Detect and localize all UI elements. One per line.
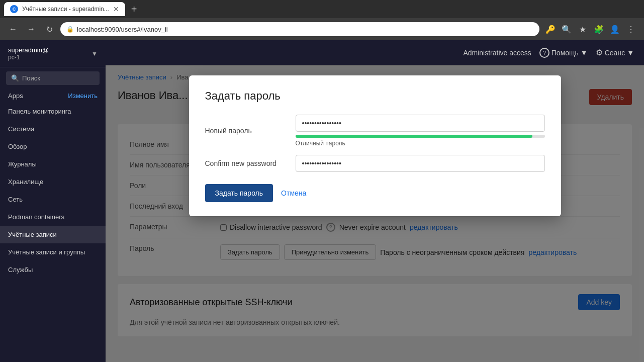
confirm-password-wrap xyxy=(296,155,545,172)
extensions-icon[interactable]: 🧩 xyxy=(592,22,606,36)
help-chevron-icon: ▼ xyxy=(581,49,588,57)
sidebar-item-overview[interactable]: Обзор xyxy=(0,138,106,155)
menu-icon[interactable]: ⋮ xyxy=(624,22,638,36)
sessions-chevron-icon: ▼ xyxy=(627,49,634,57)
logs-label: Журналы xyxy=(8,160,37,168)
storage-label: Хранилище xyxy=(8,178,43,186)
tab-favicon: C xyxy=(10,5,18,13)
sidebar-header: superadmin@ pc-1 ▼ xyxy=(0,40,106,67)
address-bar[interactable]: 🔒 localhost:9090/users#/ivanov_ii xyxy=(60,22,539,36)
zoom-icon[interactable]: 🔍 xyxy=(560,22,574,36)
sidebar-item-system[interactable]: Система xyxy=(0,120,106,138)
sidebar-item-logs[interactable]: Журналы xyxy=(0,155,106,173)
new-password-input[interactable] xyxy=(296,115,545,132)
forward-button[interactable]: → xyxy=(24,22,38,36)
sidebar-search-wrap: 🔍 Поиск xyxy=(0,67,106,89)
panel-label: Панель мониторинга xyxy=(8,108,71,115)
confirm-password-row: Confirm new password xyxy=(205,155,545,172)
gear-icon: ⚙ xyxy=(596,48,603,57)
sidebar-item-panel[interactable]: Панель мониторинга xyxy=(0,103,106,120)
strength-bar-wrap xyxy=(296,135,545,138)
help-icon: ? xyxy=(539,48,549,58)
sidebar-apps-label: Apps xyxy=(8,92,23,100)
new-password-label: Новый пароль xyxy=(205,127,296,135)
sidebar-username: superadmin@ xyxy=(8,46,49,54)
topbar: Administrative access ? Помощь ▼ ⚙ Сеанс… xyxy=(106,40,644,65)
sidebar-item-services[interactable]: Службы xyxy=(0,261,106,279)
tab-title: Учётные записи - superadmin... xyxy=(22,6,109,13)
accounts-groups-label: Учётные записи и группы xyxy=(8,248,85,256)
admin-access-label: Administrative access xyxy=(463,49,531,57)
sessions-label: Сеанс xyxy=(605,49,625,57)
profile-icon[interactable]: 👤 xyxy=(608,22,622,36)
sidebar-item-network[interactable]: Сеть xyxy=(0,191,106,208)
address-text: localhost:9090/users#/ivanov_ii xyxy=(77,26,168,33)
confirm-password-input[interactable] xyxy=(296,155,545,172)
dialog-actions: Задать пароль Отмена xyxy=(205,184,545,202)
nav-icons: 🔑 🔍 ★ 🧩 👤 ⋮ xyxy=(543,22,638,36)
sidebar-search-box[interactable]: 🔍 Поиск xyxy=(6,71,100,85)
strength-text: Отличный пароль xyxy=(296,140,545,147)
back-button[interactable]: ← xyxy=(6,22,20,36)
sidebar-user-info: superadmin@ pc-1 xyxy=(8,46,49,61)
bookmark-icon[interactable]: ★ xyxy=(576,22,590,36)
password-icon[interactable]: 🔑 xyxy=(543,22,558,36)
system-label: Система xyxy=(8,125,34,133)
dialog-submit-button[interactable]: Задать пароль xyxy=(205,184,273,202)
overview-label: Обзор xyxy=(8,143,27,150)
sidebar-change-button[interactable]: Изменить xyxy=(68,92,98,100)
sidebar-item-accounts-groups[interactable]: Учётные записи и группы xyxy=(0,243,106,261)
accounts-label: Учётные записи xyxy=(8,231,57,238)
sidebar-chevron-icon[interactable]: ▼ xyxy=(91,50,98,57)
sessions-menu[interactable]: ⚙ Сеанс ▼ xyxy=(596,48,634,57)
sidebar-item-storage[interactable]: Хранилище xyxy=(0,173,106,191)
sidebar-apps-row: Apps Изменить xyxy=(0,89,106,103)
sidebar: superadmin@ pc-1 ▼ 🔍 Поиск Apps Изменить… xyxy=(0,40,106,362)
dialog-title: Задать пароль xyxy=(205,89,545,103)
browser-tab[interactable]: C Учётные записи - superadmin... ✕ xyxy=(4,2,125,16)
main-content: Учётные записи › Ива... Иванов Ива... Уд… xyxy=(106,65,644,362)
dialog-overlay: Задать пароль Новый пароль Отличный паро… xyxy=(106,65,644,362)
set-password-dialog: Задать пароль Новый пароль Отличный паро… xyxy=(189,75,561,216)
tab-close-button[interactable]: ✕ xyxy=(113,5,119,13)
network-label: Сеть xyxy=(8,196,23,203)
sidebar-item-accounts[interactable]: Учётные записи xyxy=(0,226,106,243)
app-layout: superadmin@ pc-1 ▼ 🔍 Поиск Apps Изменить… xyxy=(0,40,644,362)
new-password-row: Новый пароль Отличный пароль xyxy=(205,115,545,147)
search-icon: 🔍 xyxy=(11,74,19,82)
sidebar-item-podman[interactable]: Podman containers xyxy=(0,208,106,226)
lock-icon: 🔒 xyxy=(66,26,74,33)
topbar-right: Administrative access ? Помощь ▼ ⚙ Сеанс… xyxy=(463,48,634,58)
search-label: Поиск xyxy=(22,74,40,82)
dialog-cancel-button[interactable]: Отмена xyxy=(281,189,306,197)
strength-bar xyxy=(296,135,532,138)
podman-label: Podman containers xyxy=(8,213,64,221)
browser-nav: ← → ↻ 🔒 localhost:9090/users#/ivanov_ii … xyxy=(0,18,644,40)
sidebar-pc: pc-1 xyxy=(8,54,49,61)
services-label: Службы xyxy=(8,266,33,274)
help-menu[interactable]: ? Помощь ▼ xyxy=(539,48,588,58)
confirm-password-label: Confirm new password xyxy=(205,159,296,167)
browser-chrome: C Учётные записи - superadmin... ✕ + xyxy=(0,0,644,18)
refresh-button[interactable]: ↻ xyxy=(42,22,56,36)
new-tab-button[interactable]: + xyxy=(131,4,137,15)
help-label: Помощь xyxy=(551,49,579,57)
new-password-wrap: Отличный пароль xyxy=(296,115,545,147)
